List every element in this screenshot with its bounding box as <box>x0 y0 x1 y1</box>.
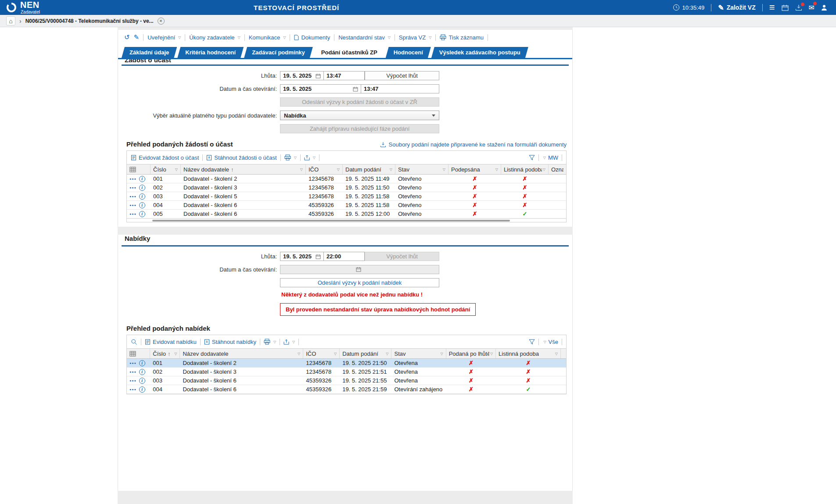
row-info-icon[interactable]: i <box>139 185 145 191</box>
tab-hodnoceni[interactable]: Hodnocení <box>386 47 431 58</box>
column-settings[interactable] <box>127 349 150 358</box>
filter-icon[interactable]: ▽ <box>298 352 300 356</box>
tab-zakladni-udaje[interactable]: Základní údaje <box>122 47 177 58</box>
row-menu-icon[interactable]: ●●● <box>129 195 136 198</box>
menu-ukony-zadavatele[interactable]: Úkony zadavatele ▽ <box>189 34 240 41</box>
calendar-picker-icon[interactable] <box>316 254 321 259</box>
column-header-cislo[interactable]: Číslo↑ ▽ <box>150 349 180 358</box>
filter-icon[interactable]: ▽ <box>443 168 445 172</box>
lhuta-time-field[interactable]: 13:47 <box>324 71 365 80</box>
hamburger-menu-icon[interactable]: ≡ <box>769 3 775 12</box>
column-header-stav[interactable]: Stav ▽ <box>395 164 448 174</box>
filter-icon[interactable]: ▽ <box>386 352 388 356</box>
filter-icon[interactable]: ▽ <box>390 168 392 172</box>
edit-icon[interactable]: ✎ <box>134 33 140 41</box>
stahnout-zadosti-button[interactable]: Stáhnout žádosti o účast <box>206 154 276 161</box>
filter-icon[interactable]: ▽ <box>300 168 303 172</box>
filter-icon[interactable]: ▽ <box>337 168 340 172</box>
vypocet-lhut-button-disabled[interactable]: Výpočet lhůt <box>365 252 439 261</box>
export-table-button[interactable]: ▽ <box>304 155 316 161</box>
filter-icon[interactable]: ▽ <box>175 168 178 172</box>
tab-zadavaci-podminky[interactable]: Zadávací podmínky <box>244 47 313 58</box>
table-row[interactable]: ●●●i 002 Dodavatel - školení 3 12345678 … <box>127 368 566 376</box>
row-info-icon[interactable]: i <box>139 202 145 208</box>
close-tab-icon[interactable]: ✕ <box>158 18 165 25</box>
zahajit-pripravu-button[interactable]: Zahájit přípravu následující fáze podání <box>280 124 439 133</box>
row-info-icon[interactable]: i <box>139 386 145 393</box>
filter-icon[interactable]: ▽ <box>495 168 498 172</box>
row-menu-icon[interactable]: ●●● <box>129 370 136 373</box>
row-menu-icon[interactable]: ●●● <box>129 186 136 189</box>
breadcrumb-item[interactable]: N006/25/V00004748 - Telekomunikační služ… <box>25 18 154 24</box>
row-menu-icon[interactable]: ●●● <box>129 212 136 215</box>
tab-kriteria-hodnoceni[interactable]: Kritéria hodnocení <box>177 47 244 58</box>
nabidky-lhuta-date-field[interactable]: 19. 5. 2025 <box>280 252 324 261</box>
evidovat-nabidku-button[interactable]: Evidovat nabídku <box>145 339 197 345</box>
odeslani-vyzvy-nabidek-button[interactable]: Odeslání výzvy k podání nabídek <box>280 278 439 287</box>
column-header-ico[interactable]: IČO ▽ <box>306 164 343 174</box>
calendar-picker-icon[interactable] <box>356 267 361 272</box>
oteviranie-date-field[interactable]: 19. 5. 2025 <box>280 84 361 93</box>
print-table-button[interactable]: ▽ <box>264 339 276 345</box>
row-info-icon[interactable]: i <box>139 176 145 182</box>
filter-icon[interactable]: ▽ <box>555 352 558 356</box>
calendar-picker-icon[interactable] <box>316 73 321 79</box>
downloads-icon[interactable] <box>795 4 802 11</box>
stahnout-nabidky-button[interactable]: Stáhnout nabídky <box>204 339 256 345</box>
table-row[interactable]: ●●●i 001 Dodavatel - školení 2 12345678 … <box>127 175 566 183</box>
table-row[interactable]: ●●●i 005 Dodavatel - školení 6 45359326 … <box>127 210 566 218</box>
calendar-picker-icon[interactable] <box>353 86 358 92</box>
row-menu-icon[interactable]: ●●● <box>129 177 136 180</box>
row-menu-icon[interactable]: ●●● <box>129 379 136 382</box>
view-selector[interactable]: ▽ Vše <box>542 339 558 345</box>
row-info-icon[interactable]: i <box>139 378 145 384</box>
column-header-po-lhute[interactable]: Podaná po lhůtě ▽ <box>446 349 496 358</box>
menu-dokumenty[interactable]: Dokumenty <box>294 34 330 41</box>
menu-komunikace[interactable]: Komunikace ▽ <box>249 34 286 41</box>
column-header-cislo[interactable]: Číslo ▽ <box>151 164 181 174</box>
table-row[interactable]: ●●●i 004 Dodavatel - školení 6 45359326 … <box>127 201 566 210</box>
column-header-nazev[interactable]: Název dodavatele↑ ▽ <box>181 164 306 174</box>
nen-brand[interactable]: NEN Zadavatel <box>6 0 40 14</box>
filter-funnel-icon[interactable] <box>529 155 535 161</box>
column-header-stav[interactable]: Stav ▽ <box>391 349 446 358</box>
view-selector[interactable]: ▽ MW <box>542 154 558 161</box>
row-info-icon[interactable]: i <box>139 360 145 366</box>
column-header-datum[interactable]: Datum podání ▽ <box>340 349 391 358</box>
filter-icon[interactable]: ▽ <box>441 352 443 356</box>
menu-nestandardni-stav[interactable]: Nestandardní stav ▽ <box>338 34 391 41</box>
column-header-listinna[interactable]: Listinná podoba ▽ <box>501 164 549 174</box>
refresh-icon[interactable]: ↺ <box>124 33 130 41</box>
menu-sprava-vz[interactable]: Správa VZ ▽ <box>399 34 432 41</box>
vypocet-lhut-button[interactable]: Výpočet lhůt <box>365 71 439 80</box>
lhuta-date-field[interactable]: 19. 5. 2025 <box>280 71 324 80</box>
tab-vysledek[interactable]: Výsledek zadávacího postupu <box>431 47 528 58</box>
table-row[interactable]: ●●●i 004 Dodavatel - školení 6 45359326 … <box>127 385 566 394</box>
column-header-datum[interactable]: Datum podání ▽ <box>343 164 395 174</box>
table-row[interactable]: ●●●i 002 Dodavatel - školení 3 12345678 … <box>127 183 566 192</box>
oteviranie-time-field[interactable]: 13:47 <box>361 84 439 93</box>
column-header-podepsana[interactable]: Podepsána ▽ <box>448 164 501 174</box>
evidovat-zadost-button[interactable]: Evidovat žádost o účast <box>131 154 199 161</box>
column-header-listinna[interactable]: Listinná podoba ▽ <box>496 349 561 358</box>
detail-search-icon[interactable] <box>131 339 137 345</box>
soubory-podani-link[interactable]: Soubory podání najdete připravené ke sta… <box>380 141 567 148</box>
menu-uverejneni[interactable]: Uveřejnění ▽ <box>147 34 181 41</box>
filter-icon[interactable]: ▽ <box>174 352 177 356</box>
calendar-icon[interactable] <box>782 4 789 11</box>
print-table-button[interactable]: ▽ <box>284 154 297 161</box>
nabidky-oteviranie-field[interactable] <box>280 265 439 274</box>
odeslani-vyzvy-zadost-button[interactable]: Odeslání výzvy k podání žádosti o účast … <box>280 97 439 107</box>
nabidky-lhuta-time-field[interactable]: 22:00 <box>324 252 365 261</box>
user-profile-icon[interactable] <box>821 4 827 11</box>
column-header-nazev[interactable]: Název dodavatele ▽ <box>180 349 303 358</box>
row-info-icon[interactable]: i <box>139 369 145 375</box>
export-table-button[interactable]: ▽ <box>283 339 295 345</box>
row-info-icon[interactable]: i <box>139 211 145 217</box>
table-row[interactable]: ●●●i 003 Dodavatel - školení 5 12345678 … <box>127 192 566 201</box>
typ-podani-select[interactable]: Nabídka <box>280 111 439 120</box>
filter-icon[interactable]: ▽ <box>490 352 493 356</box>
row-menu-icon[interactable]: ●●● <box>129 361 136 365</box>
table-row-selected[interactable]: ●●●i 001 Dodavatel - školení 2 12345678 … <box>127 359 566 368</box>
column-header-oznaceni[interactable]: Označ <box>549 164 566 174</box>
